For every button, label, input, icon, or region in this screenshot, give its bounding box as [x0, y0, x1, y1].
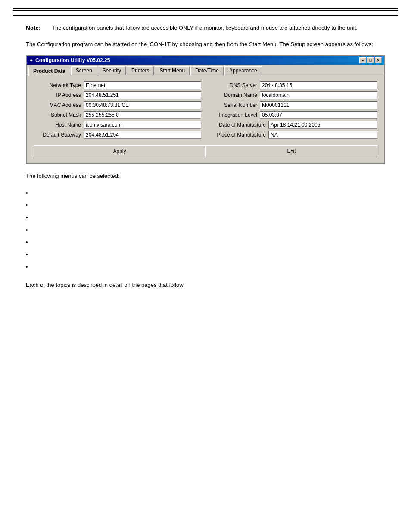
value-ip: 204.48.51.251: [84, 91, 201, 99]
list-item: [32, 249, 385, 261]
value-date-mfg: Apr 18 14:21:00 2005: [268, 121, 377, 129]
list-item: [32, 199, 385, 212]
form-row-date-mfg: Date of Manufacture Apr 18 14:21:00 2005: [210, 121, 377, 129]
app-icon: ✦: [29, 58, 33, 63]
value-network-type: Ethernet: [84, 81, 201, 89]
label-date-mfg: Date of Manufacture: [210, 122, 266, 128]
form-row-serial: Serial Number M00001111: [210, 101, 377, 109]
value-domain: localdomain: [260, 91, 377, 99]
form-row-hostname: Host Name icon.visara.com: [34, 121, 201, 129]
label-dns: DNS Server: [210, 82, 257, 88]
tab-start-menu[interactable]: Start Menu: [155, 66, 190, 75]
window-content: Network Type Ethernet IP Address 204.48.…: [27, 75, 384, 163]
form-row-mac: MAC Address 00:30:48:73:81:CE: [34, 101, 201, 109]
window-controls[interactable]: – □ ×: [359, 57, 382, 63]
config-window: ✦ Configuration Utility V05.02.25 – □ × …: [26, 55, 385, 164]
section-rule: [13, 15, 398, 16]
value-subnet: 255.255.255.0: [84, 111, 201, 119]
intro-text: The Configuration program can be started…: [26, 40, 385, 49]
page-container: Note: The configuration panels that foll…: [0, 0, 411, 290]
label-gateway: Default Gateway: [34, 132, 81, 138]
close-button[interactable]: ×: [375, 57, 382, 63]
form-row-place-mfg: Place of Manufacture NA: [210, 131, 377, 139]
following-text: The following menus can be selected:: [26, 172, 385, 181]
right-fields: DNS Server 204.48.35.15 Domain Name loca…: [210, 81, 377, 139]
list-item: [32, 236, 385, 249]
label-mac: MAC Address: [34, 102, 81, 108]
list-item: [32, 187, 385, 199]
list-item: [32, 212, 385, 224]
form-row-integration: Integration Level 05.03.07: [210, 111, 377, 119]
apply-button[interactable]: Apply: [34, 145, 206, 157]
tab-security[interactable]: Security: [98, 66, 126, 75]
tab-appearance[interactable]: Appearance: [224, 66, 262, 75]
exit-button[interactable]: Exit: [206, 145, 377, 157]
label-hostname: Host Name: [34, 122, 81, 128]
form-row-subnet: Subnet Mask 255.255.255.0: [34, 111, 201, 119]
minimize-button[interactable]: –: [359, 57, 366, 63]
form-row-gateway: Default Gateway 204.48.51.254: [34, 131, 201, 139]
label-serial: Serial Number: [210, 102, 257, 108]
form-row-ip: IP Address 204.48.51.251: [34, 91, 201, 99]
value-dns: 204.48.35.15: [260, 81, 377, 89]
value-hostname: icon.visara.com: [84, 121, 201, 129]
value-mac: 00:30:48:73:81:CE: [84, 101, 201, 109]
tab-printers[interactable]: Printers: [127, 66, 154, 75]
left-fields: Network Type Ethernet IP Address 204.48.…: [34, 81, 201, 139]
tab-screen[interactable]: Screen: [71, 66, 97, 75]
tabs-row: Product Data Screen Security Printers St…: [27, 65, 384, 75]
value-gateway: 204.48.51.254: [84, 131, 201, 139]
label-integration: Integration Level: [210, 112, 257, 118]
bullet-list: [32, 187, 385, 273]
form-grid: Network Type Ethernet IP Address 204.48.…: [34, 81, 377, 139]
titlebar-left: ✦ Configuration Utility V05.02.25: [29, 57, 110, 63]
form-row-dns: DNS Server 204.48.35.15: [210, 81, 377, 89]
tab-datetime[interactable]: Date/Time: [190, 66, 224, 75]
label-subnet: Subnet Mask: [34, 112, 81, 118]
window-titlebar: ✦ Configuration Utility V05.02.25 – □ ×: [27, 56, 384, 65]
note-label: Note:: [26, 24, 52, 32]
note-block: Note: The configuration panels that foll…: [26, 24, 385, 32]
label-domain: Domain Name: [210, 92, 257, 98]
button-row: Apply Exit: [34, 145, 377, 157]
value-serial: M00001111: [260, 101, 377, 109]
note-text: The configuration panels that follow are…: [52, 24, 358, 32]
restore-button[interactable]: □: [367, 57, 374, 63]
value-integration: 05.03.07: [260, 111, 377, 119]
label-place-mfg: Place of Manufacture: [210, 132, 266, 138]
top-rules: [0, 0, 411, 11]
label-ip: IP Address: [34, 92, 81, 98]
value-place-mfg: NA: [268, 131, 377, 139]
list-item: [32, 261, 385, 273]
tab-product-data[interactable]: Product Data: [28, 67, 70, 75]
footer-text: Each of the topics is described in detai…: [26, 281, 385, 290]
form-row-domain: Domain Name localdomain: [210, 91, 377, 99]
list-item: [32, 224, 385, 236]
label-network-type: Network Type: [34, 82, 81, 88]
window-title: Configuration Utility V05.02.25: [35, 57, 110, 63]
form-row-network-type: Network Type Ethernet: [34, 81, 201, 89]
